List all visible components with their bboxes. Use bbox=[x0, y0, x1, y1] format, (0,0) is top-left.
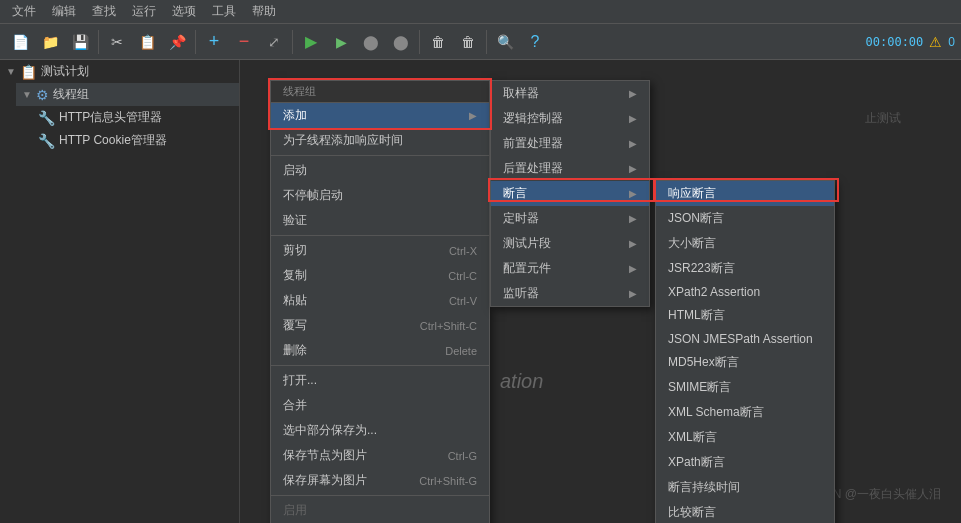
menu-find[interactable]: 查找 bbox=[84, 1, 124, 22]
submenu-listener[interactable]: 监听器 ▶ bbox=[491, 281, 649, 306]
assertion-xml[interactable]: XML断言 bbox=[656, 425, 834, 450]
submenu-config-elem[interactable]: 配置元件 ▶ bbox=[491, 256, 649, 281]
toolbar-sep-4 bbox=[419, 30, 420, 54]
toolbar-add[interactable]: + bbox=[200, 28, 228, 56]
toolbar-copy[interactable]: 📋 bbox=[133, 28, 161, 56]
assertion-compare-label: 比较断言 bbox=[668, 504, 716, 521]
submenu-pp-arrow: ▶ bbox=[629, 138, 637, 149]
submenu-test-fragment[interactable]: 测试片段 ▶ bbox=[491, 231, 649, 256]
assertion-jmespath-label: JSON JMESPath Assertion bbox=[668, 332, 813, 346]
assertion-xpath2[interactable]: XPath2 Assertion bbox=[656, 281, 834, 303]
toolbar-new[interactable]: 📄 bbox=[6, 28, 34, 56]
toolbar-paste[interactable]: 📌 bbox=[163, 28, 191, 56]
ctx-item-overwrite[interactable]: 覆写 Ctrl+Shift-C bbox=[271, 313, 489, 338]
tree-http-cookie[interactable]: 🔧 HTTP Cookie管理器 bbox=[32, 129, 239, 152]
assertion-duration[interactable]: 断言持续时间 bbox=[656, 475, 834, 500]
toolbar-clear[interactable]: 🗑 bbox=[424, 28, 452, 56]
ctx-item-ssi-shortcut: Ctrl+Shift-G bbox=[419, 475, 477, 487]
toolbar-cut[interactable]: ✂ bbox=[103, 28, 131, 56]
ctx-item-start-label: 启动 bbox=[283, 162, 307, 179]
toolbar-sep-3 bbox=[292, 30, 293, 54]
ctx-item-copy[interactable]: 复制 Ctrl-C bbox=[271, 263, 489, 288]
tree-icon-cookie: 🔧 bbox=[38, 133, 55, 149]
right-panel-ation: ation bbox=[500, 370, 543, 393]
submenu-pre-proc[interactable]: 前置处理器 ▶ bbox=[491, 131, 649, 156]
tree-label-tg: 线程组 bbox=[53, 86, 89, 103]
assertion-json-label: JSON断言 bbox=[668, 210, 724, 227]
menu-help[interactable]: 帮助 bbox=[244, 1, 284, 22]
toolbar-stop[interactable]: ⬤ bbox=[357, 28, 385, 56]
warning-icon: ⚠ bbox=[929, 34, 942, 50]
menu-file[interactable]: 文件 bbox=[4, 1, 44, 22]
tree-label-root: 测试计划 bbox=[41, 63, 89, 80]
tree-http-header[interactable]: 🔧 HTTP信息头管理器 bbox=[32, 106, 239, 129]
assertion-xmlschema-label: XML Schema断言 bbox=[668, 404, 764, 421]
assertion-xpath[interactable]: XPath断言 bbox=[656, 450, 834, 475]
assertion-html[interactable]: HTML断言 bbox=[656, 303, 834, 328]
ctx-item-start-nopauses[interactable]: 不停帧启动 bbox=[271, 183, 489, 208]
ctx-item-art-label: 为子线程添加响应时间 bbox=[283, 132, 403, 149]
assertion-jmespath[interactable]: JSON JMESPath Assertion bbox=[656, 328, 834, 350]
toolbar-remove[interactable]: − bbox=[230, 28, 258, 56]
ctx-item-open[interactable]: 打开... bbox=[271, 368, 489, 393]
menu-options[interactable]: 选项 bbox=[164, 1, 204, 22]
assertion-duration-label: 断言持续时间 bbox=[668, 479, 740, 496]
submenu-timer[interactable]: 定时器 ▶ bbox=[491, 206, 649, 231]
assertion-md5hex[interactable]: MD5Hex断言 bbox=[656, 350, 834, 375]
toolbar-sep-2 bbox=[195, 30, 196, 54]
ctx-item-save-screen-img[interactable]: 保存屏幕为图片 Ctrl+Shift-G bbox=[271, 468, 489, 493]
main-area: ▼ 📋 测试计划 ▼ ⚙ 线程组 🔧 HTTP信息头管理器 🔧 HTTP Coo… bbox=[0, 60, 961, 523]
toolbar-find[interactable]: 🔍 bbox=[491, 28, 519, 56]
assertion-xpath-label: XPath断言 bbox=[668, 454, 725, 471]
toolbar-help[interactable]: ? bbox=[521, 28, 549, 56]
toolbar-start[interactable]: ▶ bbox=[297, 28, 325, 56]
assertion-jsr223-label: JSR223断言 bbox=[668, 260, 735, 277]
warning-count: 0 bbox=[948, 35, 955, 49]
submenu-sampler-label: 取样器 bbox=[503, 85, 539, 102]
ctx-item-copy-shortcut: Ctrl-C bbox=[448, 270, 477, 282]
right-panel: 止测试 ation 线程组 添加 ▶ 为子线程添加响应时间 启动 不停帧启动 验… bbox=[240, 60, 961, 523]
tree-root[interactable]: ▼ 📋 测试计划 bbox=[0, 60, 239, 83]
submenu-assertion-arrow: ▶ bbox=[629, 188, 637, 199]
ctx-item-snp-label: 不停帧启动 bbox=[283, 187, 343, 204]
ctx-item-cut[interactable]: 剪切 Ctrl-X bbox=[271, 238, 489, 263]
submenu-timer-arrow: ▶ bbox=[629, 213, 637, 224]
ctx-item-ssi-label: 保存屏幕为图片 bbox=[283, 472, 367, 489]
ctx-item-add-response-time[interactable]: 为子线程添加响应时间 bbox=[271, 128, 489, 153]
submenu-ce-arrow: ▶ bbox=[629, 263, 637, 274]
assertion-compare[interactable]: 比较断言 bbox=[656, 500, 834, 523]
toolbar-expand[interactable]: ⤢ bbox=[260, 28, 288, 56]
submenu-logic-ctrl[interactable]: 逻辑控制器 ▶ bbox=[491, 106, 649, 131]
toolbar-save[interactable]: 💾 bbox=[66, 28, 94, 56]
ctx-item-paste[interactable]: 粘贴 Ctrl-V bbox=[271, 288, 489, 313]
assertion-size[interactable]: 大小断言 bbox=[656, 231, 834, 256]
ctx-menu-header: 线程组 bbox=[271, 81, 489, 103]
submenu-sampler[interactable]: 取样器 ▶ bbox=[491, 81, 649, 106]
submenu-listener-arrow: ▶ bbox=[629, 288, 637, 299]
submenu-assertion[interactable]: 断言 ▶ bbox=[491, 181, 649, 206]
toolbar-shutdown[interactable]: ⬤ bbox=[387, 28, 415, 56]
toolbar-clear-all[interactable]: 🗑 bbox=[454, 28, 482, 56]
menu-tools[interactable]: 工具 bbox=[204, 1, 244, 22]
submenu-post-proc[interactable]: 后置处理器 ▶ bbox=[491, 156, 649, 181]
toolbar-open[interactable]: 📁 bbox=[36, 28, 64, 56]
ctx-item-add[interactable]: 添加 ▶ bbox=[271, 103, 489, 128]
assertion-smime[interactable]: SMIME断言 bbox=[656, 375, 834, 400]
menu-run[interactable]: 运行 bbox=[124, 1, 164, 22]
assertion-response[interactable]: 响应断言 bbox=[656, 181, 834, 206]
submenu-ppo-label: 后置处理器 bbox=[503, 160, 563, 177]
assertion-xpath2-label: XPath2 Assertion bbox=[668, 285, 760, 299]
ctx-item-delete[interactable]: 删除 Delete bbox=[271, 338, 489, 363]
toolbar-start-nopauses[interactable]: ▶ bbox=[327, 28, 355, 56]
assertion-xmlschema[interactable]: XML Schema断言 bbox=[656, 400, 834, 425]
ctx-item-validate[interactable]: 验证 bbox=[271, 208, 489, 233]
ctx-item-save-selected[interactable]: 选中部分保存为... bbox=[271, 418, 489, 443]
ctx-item-start[interactable]: 启动 bbox=[271, 158, 489, 183]
assertion-json[interactable]: JSON断言 bbox=[656, 206, 834, 231]
assertion-jsr223[interactable]: JSR223断言 bbox=[656, 256, 834, 281]
ctx-item-cut-shortcut: Ctrl-X bbox=[449, 245, 477, 257]
ctx-item-merge[interactable]: 合并 bbox=[271, 393, 489, 418]
tree-thread-group[interactable]: ▼ ⚙ 线程组 bbox=[16, 83, 239, 106]
ctx-item-save-node-img[interactable]: 保存节点为图片 Ctrl-G bbox=[271, 443, 489, 468]
menu-edit[interactable]: 编辑 bbox=[44, 1, 84, 22]
